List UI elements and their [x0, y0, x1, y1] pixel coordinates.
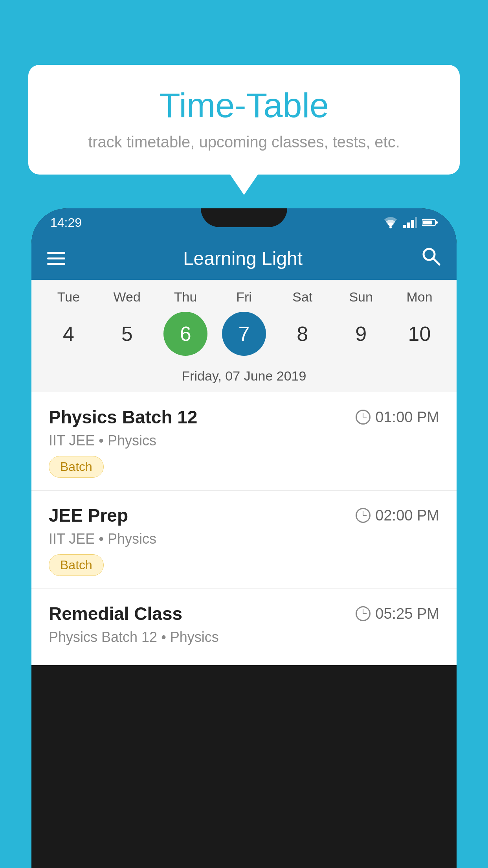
day-9[interactable]: 9 [339, 312, 383, 356]
schedule-item-1-title: Physics Batch 12 [49, 406, 197, 428]
day-header-wed: Wed [101, 289, 152, 305]
day-6-today[interactable]: 6 [163, 312, 207, 356]
bubble-title: Time-Table [52, 86, 436, 125]
svg-rect-1 [403, 225, 406, 228]
clock-icon-1 [356, 410, 371, 425]
svg-rect-6 [423, 221, 432, 224]
status-time: 14:29 [50, 215, 82, 230]
day-8[interactable]: 8 [281, 312, 325, 356]
schedule-item-2-header: JEE Prep 02:00 PM [49, 505, 439, 526]
menu-bar-2 [47, 257, 65, 259]
day-header-fri: Fri [218, 289, 270, 305]
svg-rect-4 [415, 217, 417, 228]
battery-icon [422, 218, 438, 227]
calendar-strip: Tue Wed Thu Fri Sat Sun Mon 4 5 6 7 8 9 … [31, 280, 457, 392]
schedule-item-2-sub: IIT JEE • Physics [49, 531, 439, 547]
schedule-item-1-sub: IIT JEE • Physics [49, 432, 439, 449]
day-header-tue: Tue [43, 289, 94, 305]
svg-rect-3 [411, 220, 414, 228]
app-toolbar: Learning Light [31, 237, 457, 280]
menu-bar-1 [47, 252, 65, 254]
day-header-sat: Sat [277, 289, 328, 305]
schedule-item-3-time-text: 05:25 PM [375, 605, 439, 622]
schedule-container: Physics Batch 12 01:00 PM IIT JEE • Phys… [31, 392, 457, 665]
app-title: Learning Light [183, 248, 303, 269]
schedule-item-3-sub: Physics Batch 12 • Physics [49, 629, 439, 645]
day-4[interactable]: 4 [46, 312, 90, 356]
day-5[interactable]: 5 [105, 312, 149, 356]
phone-body: 14:29 [31, 208, 457, 868]
signal-icon [403, 217, 417, 228]
batch-badge-1: Batch [49, 456, 104, 478]
schedule-item-1-time-text: 01:00 PM [375, 409, 439, 426]
status-bar: 14:29 [31, 208, 457, 237]
wifi-icon [383, 216, 398, 229]
day-header-sun: Sun [336, 289, 387, 305]
schedule-item-2[interactable]: JEE Prep 02:00 PM IIT JEE • Physics Batc… [31, 491, 457, 589]
selected-date-label: Friday, 07 June 2019 [31, 364, 457, 392]
clock-icon-2 [356, 508, 371, 523]
clock-icon-3 [356, 606, 371, 621]
schedule-item-3-time: 05:25 PM [356, 605, 439, 622]
schedule-item-1-header: Physics Batch 12 01:00 PM [49, 406, 439, 428]
schedule-item-2-time-text: 02:00 PM [375, 507, 439, 524]
phone-mockup: 14:29 [31, 208, 457, 868]
schedule-item-3-title: Remedial Class [49, 603, 182, 624]
day-10[interactable]: 10 [397, 312, 441, 356]
bubble-subtitle: track timetable, upcoming classes, tests… [52, 133, 436, 151]
svg-rect-2 [407, 223, 410, 228]
schedule-item-2-title: JEE Prep [49, 505, 128, 526]
speech-bubble: Time-Table track timetable, upcoming cla… [28, 65, 460, 175]
day-7-selected[interactable]: 7 [222, 312, 266, 356]
schedule-item-1-time: 01:00 PM [356, 409, 439, 426]
svg-line-9 [433, 258, 439, 265]
schedule-item-1[interactable]: Physics Batch 12 01:00 PM IIT JEE • Phys… [31, 392, 457, 491]
day-header-mon: Mon [394, 289, 445, 305]
day-numbers: 4 5 6 7 8 9 10 [31, 312, 457, 364]
svg-rect-7 [436, 221, 438, 224]
batch-badge-2: Batch [49, 554, 104, 576]
day-header-thu: Thu [160, 289, 211, 305]
day-headers: Tue Wed Thu Fri Sat Sun Mon [31, 289, 457, 312]
menu-button[interactable] [47, 252, 65, 265]
search-button[interactable] [420, 246, 441, 271]
schedule-item-3[interactable]: Remedial Class 05:25 PM Physics Batch 12… [31, 589, 457, 665]
schedule-item-2-time: 02:00 PM [356, 507, 439, 524]
menu-bar-3 [47, 263, 65, 265]
schedule-item-3-header: Remedial Class 05:25 PM [49, 603, 439, 624]
svg-point-0 [389, 226, 392, 228]
status-icons [383, 216, 438, 229]
